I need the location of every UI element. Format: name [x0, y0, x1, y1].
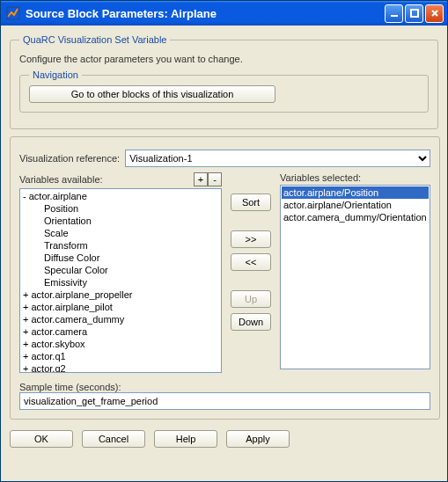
list-item[interactable]: actor.airplane/Orientation — [282, 199, 429, 211]
sampletime-label: Sample time (seconds): — [19, 382, 430, 392]
list-item[interactable]: actor.camera_dummy/Orientation — [282, 211, 429, 223]
goto-blocks-button[interactable]: Go to other blocks of this visualization — [29, 85, 275, 103]
main-group: Visualization reference: Visualization-1… — [10, 136, 440, 420]
sampletime-input[interactable] — [19, 392, 430, 410]
svg-rect-1 — [391, 15, 398, 17]
navigation-legend: Navigation — [29, 69, 82, 80]
collapse-all-button[interactable]: - — [208, 172, 222, 186]
list-item[interactable]: Transform — [21, 239, 220, 252]
list-item[interactable]: actor.skybox — [21, 338, 220, 350]
list-item[interactable]: actor.airplane_pilot — [21, 301, 220, 313]
add-all-button[interactable]: >> — [231, 230, 271, 248]
visref-label: Visualization reference: — [19, 153, 120, 164]
remove-all-button[interactable]: << — [231, 253, 271, 271]
cancel-button[interactable]: Cancel — [82, 430, 145, 448]
set-variable-group: QuaRC Visualization Set Variable Configu… — [10, 34, 438, 129]
matlab-icon — [6, 6, 20, 20]
selected-label: Variables selected: — [280, 172, 361, 183]
ok-button[interactable]: OK — [10, 430, 73, 448]
help-button[interactable]: Help — [154, 430, 217, 448]
list-item[interactable]: actor.q1 — [21, 350, 220, 362]
visref-select[interactable]: Visualization-1 — [125, 150, 430, 167]
list-item[interactable]: actor.q2 — [21, 362, 220, 373]
sort-button[interactable]: Sort — [231, 194, 271, 211]
list-item[interactable]: Scale — [21, 227, 220, 239]
list-item[interactable]: actor.camera_dummy — [21, 313, 220, 325]
list-item[interactable]: Emissivity — [21, 276, 220, 288]
minimize-button[interactable] — [385, 4, 403, 23]
set-variable-legend: QuaRC Visualization Set Variable — [19, 34, 170, 45]
available-listbox[interactable]: actor.airplanePositionOrientationScaleTr… — [19, 188, 222, 373]
set-variable-desc: Configure the actor parameters you want … — [19, 54, 429, 64]
list-item[interactable]: actor.airplane_propeller — [21, 288, 220, 301]
list-item[interactable]: actor.airplane — [21, 190, 220, 202]
move-up-button[interactable]: Up — [231, 290, 271, 308]
list-item[interactable]: Orientation — [21, 215, 220, 227]
list-item[interactable]: actor.camera — [21, 325, 220, 338]
list-item[interactable]: actor.airplane/Position — [282, 186, 429, 199]
close-button[interactable] — [425, 4, 444, 23]
expand-all-button[interactable]: + — [194, 172, 208, 186]
selected-listbox[interactable]: actor.airplane/Positionactor.airplane/Or… — [280, 185, 430, 369]
window-title: Source Block Parameters: Airplane — [26, 7, 385, 20]
available-label: Variables available: — [19, 174, 103, 185]
list-item[interactable]: Diffuse Color — [21, 252, 220, 264]
list-item[interactable]: Specular Color — [21, 264, 220, 276]
svg-rect-2 — [411, 10, 418, 17]
navigation-group: Navigation Go to other blocks of this vi… — [19, 69, 429, 113]
list-item[interactable]: Position — [21, 202, 220, 215]
move-down-button[interactable]: Down — [231, 313, 271, 331]
titlebar: Source Block Parameters: Airplane — [1, 1, 447, 26]
apply-button[interactable]: Apply — [226, 430, 290, 448]
maximize-button[interactable] — [405, 4, 423, 23]
